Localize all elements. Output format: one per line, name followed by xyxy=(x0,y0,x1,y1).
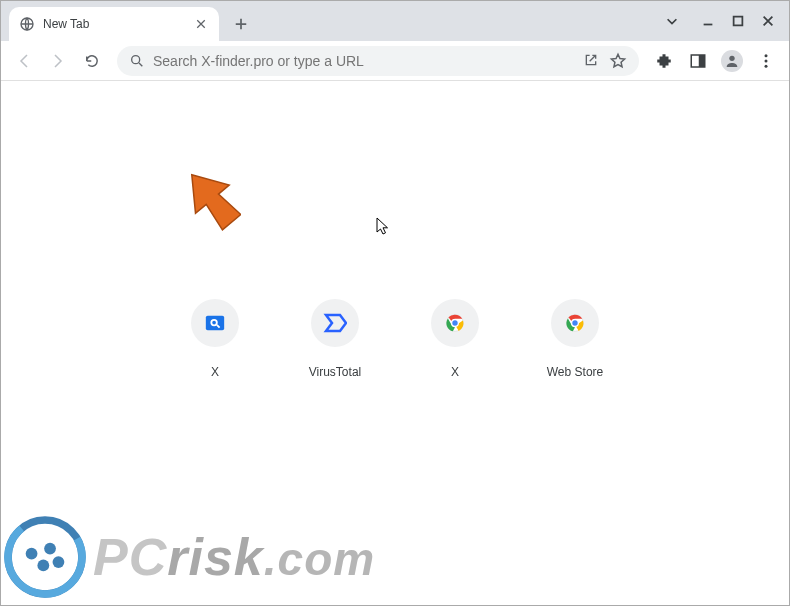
tab-title: New Tab xyxy=(43,17,193,31)
share-icon[interactable] xyxy=(583,52,601,70)
shortcut-tile[interactable]: X xyxy=(409,299,501,379)
svg-point-13 xyxy=(452,320,459,327)
pcrisk-logo-icon xyxy=(3,515,87,599)
extensions-button[interactable] xyxy=(649,46,679,76)
reload-button[interactable] xyxy=(77,46,107,76)
svg-point-15 xyxy=(572,320,579,327)
shortcut-label: VirusTotal xyxy=(289,365,381,379)
watermark-risk: risk xyxy=(167,528,264,586)
svg-point-2 xyxy=(132,55,140,63)
close-tab-button[interactable] xyxy=(193,16,209,32)
tab-search-button[interactable] xyxy=(657,6,687,36)
watermark-pc: PC xyxy=(93,528,167,586)
shortcut-label: X xyxy=(409,365,501,379)
bookmark-star-icon[interactable] xyxy=(609,52,627,70)
maximize-button[interactable] xyxy=(723,6,753,36)
shortcut-icon-virustotal xyxy=(311,299,359,347)
svg-point-18 xyxy=(26,548,38,560)
svg-point-8 xyxy=(765,64,768,67)
shortcut-tile[interactable]: X xyxy=(169,299,261,379)
svg-rect-1 xyxy=(734,17,743,26)
svg-marker-9 xyxy=(185,165,241,235)
shortcut-label: Web Store xyxy=(529,365,621,379)
svg-point-7 xyxy=(765,59,768,62)
shortcut-label: X xyxy=(169,365,261,379)
watermark-text: PCrisk.com xyxy=(93,531,375,583)
shortcut-tile[interactable]: Web Store xyxy=(529,299,621,379)
svg-point-21 xyxy=(53,556,65,568)
mouse-cursor-icon xyxy=(376,217,390,235)
browser-tab[interactable]: New Tab xyxy=(9,7,219,41)
back-button[interactable] xyxy=(9,46,39,76)
new-tab-page: X VirusTotal X Web Store xyxy=(1,81,789,605)
watermark: PCrisk.com xyxy=(3,515,375,599)
minimize-button[interactable] xyxy=(693,6,723,36)
close-window-button[interactable] xyxy=(753,6,783,36)
profile-button[interactable] xyxy=(717,46,747,76)
forward-button[interactable] xyxy=(43,46,73,76)
svg-rect-10 xyxy=(206,316,224,331)
omnibox[interactable] xyxy=(117,46,639,76)
svg-point-5 xyxy=(729,55,734,60)
side-panel-button[interactable] xyxy=(683,46,713,76)
avatar-icon xyxy=(721,50,743,72)
arrow-annotation-icon xyxy=(185,165,241,235)
svg-rect-4 xyxy=(699,55,705,67)
watermark-com: .com xyxy=(264,533,375,585)
browser-window: New Tab xyxy=(0,0,790,606)
shortcut-grid: X VirusTotal X Web Store xyxy=(169,299,621,379)
shortcut-icon-blue-search xyxy=(191,299,239,347)
shortcut-icon-chrome xyxy=(551,299,599,347)
svg-point-17 xyxy=(3,515,87,599)
svg-point-20 xyxy=(37,560,49,572)
shortcut-tile[interactable]: VirusTotal xyxy=(289,299,381,379)
window-controls xyxy=(657,1,789,41)
toolbar xyxy=(1,41,789,81)
tab-strip: New Tab xyxy=(1,1,789,41)
shortcut-icon-chrome xyxy=(431,299,479,347)
new-tab-button[interactable] xyxy=(227,10,255,38)
svg-point-6 xyxy=(765,54,768,57)
svg-point-19 xyxy=(44,543,56,555)
search-icon xyxy=(129,53,145,69)
globe-icon xyxy=(19,16,35,32)
address-input[interactable] xyxy=(153,53,575,69)
kebab-menu-button[interactable] xyxy=(751,46,781,76)
